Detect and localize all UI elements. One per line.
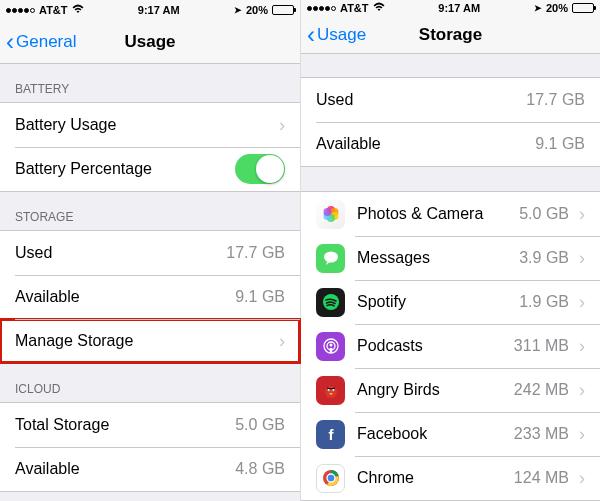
- chevron-right-icon: ›: [579, 424, 585, 445]
- chevron-right-icon: ›: [579, 468, 585, 489]
- app-name: Facebook: [357, 425, 514, 443]
- app-name: Podcasts: [357, 337, 514, 355]
- row-value: 17.7 GB: [226, 244, 285, 262]
- chevron-right-icon: ›: [579, 292, 585, 313]
- chevron-right-icon: ›: [579, 336, 585, 357]
- chevron-left-icon: ‹: [6, 30, 14, 54]
- usage-screen: AT&T 9:17 AM ➤ 20% ‹ General Usage BATTE…: [0, 0, 300, 501]
- back-button[interactable]: ‹ General: [0, 30, 76, 54]
- available-row: Available 9.1 GB: [301, 122, 600, 166]
- spotify-icon: [316, 288, 345, 317]
- app-size: 5.0 GB: [519, 205, 569, 223]
- row-value: 9.1 GB: [235, 288, 285, 306]
- app-row-podcasts[interactable]: Podcasts 311 MB ›: [301, 324, 600, 368]
- angry-birds-icon: [316, 376, 345, 405]
- nav-bar: ‹ Usage Storage: [301, 17, 600, 54]
- used-row: Used 17.7 GB: [301, 78, 600, 122]
- battery-percentage-row: Battery Percentage: [0, 147, 300, 191]
- svg-point-15: [332, 389, 333, 390]
- battery-percentage-toggle[interactable]: [235, 154, 285, 184]
- back-label: Usage: [317, 25, 366, 45]
- status-bar: AT&T 9:17 AM ➤ 20%: [301, 0, 600, 17]
- row-value: 17.7 GB: [526, 91, 585, 109]
- status-bar: AT&T 9:17 AM ➤ 20%: [0, 0, 300, 20]
- icloud-available-row: Available 4.8 GB: [0, 447, 300, 491]
- signal-dots-icon: [307, 6, 336, 11]
- app-row-spotify[interactable]: Spotify 1.9 GB ›: [301, 280, 600, 324]
- app-row-chrome[interactable]: Chrome 124 MB ›: [301, 456, 600, 500]
- svg-text:f: f: [328, 426, 334, 443]
- chevron-right-icon: ›: [579, 204, 585, 225]
- app-name: Photos & Camera: [357, 205, 519, 223]
- battery-percent: 20%: [246, 4, 268, 16]
- storage-group: Used 17.7 GB Available 9.1 GB Manage Sto…: [0, 230, 300, 364]
- row-label: Available: [15, 460, 235, 478]
- row-label: Total Storage: [15, 416, 235, 434]
- row-label: Manage Storage: [15, 332, 269, 350]
- app-name: Angry Birds: [357, 381, 514, 399]
- location-icon: ➤: [534, 3, 542, 13]
- chevron-right-icon: ›: [279, 331, 285, 352]
- svg-point-10: [329, 344, 332, 347]
- row-value: 5.0 GB: [235, 416, 285, 434]
- podcasts-icon: [316, 332, 345, 361]
- app-size: 3.9 GB: [519, 249, 569, 267]
- row-label: Battery Percentage: [15, 160, 235, 178]
- back-button[interactable]: ‹ Usage: [301, 23, 366, 47]
- manage-storage-row[interactable]: Manage Storage ›: [0, 319, 300, 363]
- chrome-icon: [316, 464, 345, 493]
- row-label: Used: [15, 244, 226, 262]
- app-size: 242 MB: [514, 381, 569, 399]
- battery-usage-row[interactable]: Battery Usage ›: [0, 103, 300, 147]
- apps-group: Photos & Camera 5.0 GB › Messages 3.9 GB…: [301, 191, 600, 501]
- app-size: 311 MB: [514, 337, 569, 355]
- status-time: 9:17 AM: [438, 2, 480, 14]
- wifi-icon: [373, 2, 385, 14]
- app-name: Messages: [357, 249, 519, 267]
- icloud-group: Total Storage 5.0 GB Available 4.8 GB: [0, 402, 300, 492]
- signal-dots-icon: [6, 8, 35, 13]
- wifi-icon: [72, 4, 84, 16]
- app-size: 1.9 GB: [519, 293, 569, 311]
- section-header-storage: STORAGE: [0, 192, 300, 230]
- section-header-icloud: ICLOUD: [0, 364, 300, 402]
- row-label: Available: [15, 288, 235, 306]
- storage-summary-group: Used 17.7 GB Available 9.1 GB: [301, 77, 600, 167]
- available-row: Available 9.1 GB: [0, 275, 300, 319]
- app-row-messages[interactable]: Messages 3.9 GB ›: [301, 236, 600, 280]
- battery-icon: [572, 3, 594, 13]
- status-time: 9:17 AM: [138, 4, 180, 16]
- svg-point-11: [325, 386, 337, 398]
- battery-percent: 20%: [546, 2, 568, 14]
- row-label: Battery Usage: [15, 116, 269, 134]
- app-name: Chrome: [357, 469, 514, 487]
- messages-icon: [316, 244, 345, 273]
- storage-screen: AT&T 9:17 AM ➤ 20% ‹ Usage Storage Used …: [300, 0, 600, 501]
- carrier-label: AT&T: [340, 2, 369, 14]
- nav-bar: ‹ General Usage: [0, 20, 300, 64]
- location-icon: ➤: [234, 5, 242, 15]
- row-label: Used: [316, 91, 526, 109]
- svg-point-5: [323, 208, 331, 216]
- used-row: Used 17.7 GB: [0, 231, 300, 275]
- app-row-facebook[interactable]: f Facebook 233 MB ›: [301, 412, 600, 456]
- row-value: 9.1 GB: [535, 135, 585, 153]
- total-storage-row: Total Storage 5.0 GB: [0, 403, 300, 447]
- chevron-right-icon: ›: [579, 380, 585, 401]
- photos-icon: [316, 200, 345, 229]
- app-size: 233 MB: [514, 425, 569, 443]
- app-name: Spotify: [357, 293, 519, 311]
- section-header-battery: BATTERY: [0, 64, 300, 102]
- facebook-icon: f: [316, 420, 345, 449]
- app-row-angrybirds[interactable]: Angry Birds 242 MB ›: [301, 368, 600, 412]
- carrier-label: AT&T: [39, 4, 68, 16]
- battery-group: Battery Usage › Battery Percentage: [0, 102, 300, 192]
- app-size: 124 MB: [514, 469, 569, 487]
- battery-icon: [272, 5, 294, 15]
- chevron-left-icon: ‹: [307, 23, 315, 47]
- chevron-right-icon: ›: [579, 248, 585, 269]
- row-label: Available: [316, 135, 535, 153]
- chevron-right-icon: ›: [279, 115, 285, 136]
- svg-point-6: [324, 252, 338, 263]
- app-row-photos[interactable]: Photos & Camera 5.0 GB ›: [301, 192, 600, 236]
